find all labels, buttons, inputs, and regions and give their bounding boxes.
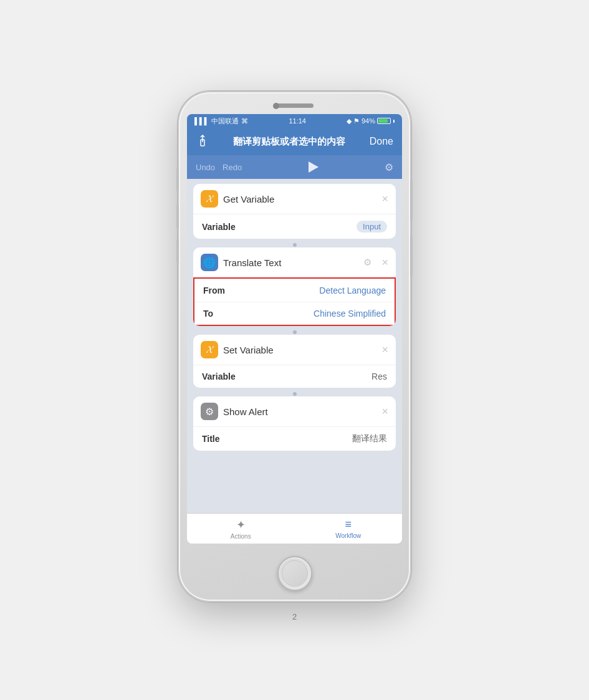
show-alert-close[interactable]: × (381, 406, 388, 417)
set-variable-row: Variable Res (193, 365, 396, 388)
get-variable-header: 𝓧 Get Variable × (193, 184, 396, 214)
done-button[interactable]: Done (370, 136, 393, 147)
from-row[interactable]: From Detect Language (194, 279, 395, 302)
set-variable-icon: 𝓧 (201, 341, 218, 358)
get-variable-icon: 𝓧 (201, 190, 218, 208)
wifi-icon: ⌘ (241, 117, 248, 125)
alert-title-value: 翻译结果 (352, 433, 387, 444)
screen: ▌▌▌ 中国联通 ⌘ 11:14 ◆ ⚑ 94% (187, 114, 402, 544)
home-button-inner (282, 560, 308, 587)
time-display: 11:14 (289, 117, 306, 125)
undo-button[interactable]: Undo (196, 163, 215, 172)
tab-actions[interactable]: ✦ Actions (187, 514, 295, 544)
connector-1 (187, 242, 402, 247)
page-number: 2 (292, 612, 297, 621)
translate-icon: 🌐 (201, 254, 218, 271)
page-wrapper: ▌▌▌ 中国联通 ⌘ 11:14 ◆ ⚑ 94% (0, 66, 589, 634)
battery-indicator (377, 118, 391, 124)
tab-bar: ✦ Actions ≡ Workflow (187, 513, 402, 544)
toolbar: Undo Redo ⚙ (187, 155, 402, 179)
show-alert-row: Title 翻译结果 (193, 426, 396, 451)
play-button[interactable] (249, 161, 377, 173)
actions-tab-icon: ✦ (236, 518, 246, 532)
settings-icon[interactable]: ⚙ (385, 161, 393, 173)
phone-top (179, 92, 410, 114)
get-variable-title: Get Variable (223, 194, 376, 204)
set-variable-close[interactable]: × (381, 344, 388, 355)
status-right: ◆ ⚑ 94% (347, 117, 395, 125)
phone-shell: ▌▌▌ 中国联通 ⌘ 11:14 ◆ ⚑ 94% (178, 91, 411, 602)
show-alert-card: ⚙ Show Alert × Title 翻译结果 (193, 396, 396, 451)
translate-header: 🌐 Translate Text ⚙ × (193, 247, 396, 277)
variable-value[interactable]: Input (357, 221, 387, 233)
to-row[interactable]: To Chinese Simplified (194, 302, 395, 325)
set-variable-card: 𝓧 Set Variable × Variable Res (193, 335, 396, 388)
battery-fill (378, 119, 388, 123)
show-alert-header: ⚙ Show Alert × (193, 396, 396, 426)
to-label: To (203, 309, 314, 319)
get-variable-close[interactable]: × (381, 193, 388, 204)
translate-close[interactable]: × (381, 257, 388, 268)
set-variable-title: Set Variable (223, 345, 376, 355)
redo-button[interactable]: Redo (223, 163, 242, 172)
speaker (276, 103, 314, 108)
workflow-tab-icon: ≡ (345, 518, 352, 531)
nav-bar: 翻译剪贴板或者选中的内容 Done (187, 128, 402, 155)
actions-tab-label: Actions (231, 533, 251, 540)
status-left: ▌▌▌ 中国联通 ⌘ (194, 117, 248, 126)
carrier-name: 中国联通 (211, 117, 239, 126)
workflow-tab-label: Workflow (335, 532, 361, 539)
get-variable-card: 𝓧 Get Variable × Variable Input (193, 184, 396, 239)
signal-bars: ▌▌▌ (194, 117, 209, 125)
location-icon: ◆ (347, 117, 352, 125)
connector-3 (187, 391, 402, 396)
status-bar: ▌▌▌ 中国联通 ⌘ 11:14 ◆ ⚑ 94% (187, 114, 402, 128)
translate-title: Translate Text (223, 257, 358, 268)
to-value[interactable]: Chinese Simplified (314, 309, 386, 319)
translate-settings[interactable]: ⚙ (363, 257, 371, 268)
tab-workflow[interactable]: ≡ Workflow (295, 514, 403, 544)
from-value[interactable]: Detect Language (319, 285, 386, 295)
battery-tip (393, 120, 395, 123)
battery-percent: 94% (362, 117, 375, 125)
set-variable-header: 𝓧 Set Variable × (193, 335, 396, 365)
connector-2 (187, 330, 402, 335)
variable-label: Variable (202, 222, 357, 232)
alarm-icon: ⚑ (353, 117, 360, 125)
set-variable-label: Variable (202, 372, 371, 381)
camera (273, 103, 279, 109)
play-icon (309, 161, 318, 173)
from-label: From (203, 285, 319, 295)
translate-text-card: 🌐 Translate Text ⚙ × From Detect Languag… (193, 247, 396, 326)
content-area: 𝓧 Get Variable × Variable Input 🌐 (187, 179, 402, 513)
home-button[interactable] (277, 556, 312, 591)
share-icon[interactable] (196, 135, 209, 148)
show-alert-icon: ⚙ (201, 403, 218, 420)
nav-title: 翻译剪贴板或者选中的内容 (233, 136, 345, 148)
translate-from-to-box: From Detect Language To Chinese Simplifi… (193, 277, 396, 326)
show-alert-title: Show Alert (223, 406, 376, 417)
alert-title-label: Title (202, 434, 352, 444)
set-variable-value: Res (371, 372, 387, 381)
get-variable-row: Variable Input (193, 214, 396, 239)
